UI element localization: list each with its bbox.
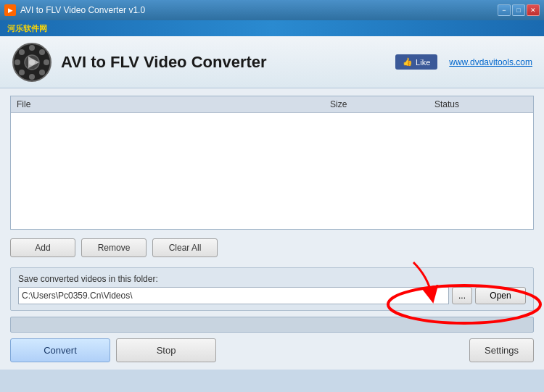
thumbs-up-icon: 👍 [403, 57, 413, 67]
header-right: 👍 Like www.dvdavitools.com [395, 54, 532, 70]
file-action-buttons: Add Remove Clear All [10, 235, 534, 260]
empty-status-cell [429, 113, 533, 229]
app-header: AVI to FLV Video Converter 👍 Like www.dv… [0, 36, 544, 88]
close-button[interactable]: ✕ [527, 4, 540, 16]
bottom-action-row: Convert Stop Settings [10, 338, 534, 362]
like-button[interactable]: 👍 Like [395, 54, 437, 70]
convert-button[interactable]: Convert [10, 338, 110, 362]
browse-dots-button[interactable]: ... [452, 287, 472, 304]
progress-container [10, 317, 534, 333]
svg-point-4 [29, 74, 35, 80]
folder-path-input[interactable] [18, 287, 449, 304]
app-logo [12, 42, 52, 83]
svg-point-9 [39, 49, 45, 55]
website-link[interactable]: www.dvdavitools.com [449, 57, 532, 67]
watermark-text: 河乐软件网 [7, 23, 47, 34]
open-folder-button[interactable]: Open [475, 287, 526, 304]
watermark-bar: 河乐软件网 [0, 20, 544, 36]
file-table: File Size Status [11, 96, 533, 229]
add-button[interactable]: Add [10, 238, 75, 257]
save-folder-label: Save converted videos in this folder: [18, 274, 526, 284]
svg-point-3 [29, 45, 35, 51]
col-header-status: Status [429, 96, 533, 113]
svg-point-7 [19, 49, 25, 55]
empty-file-cell [11, 113, 324, 229]
app-icon: ▶ [4, 4, 16, 16]
settings-button[interactable]: Settings [469, 338, 534, 362]
app-title: AVI to FLV Video Converter [61, 53, 267, 72]
save-folder-row: ... Open [18, 287, 526, 304]
remove-button[interactable]: Remove [81, 238, 147, 257]
svg-point-10 [19, 70, 25, 75]
stop-button[interactable]: Stop [116, 338, 216, 362]
title-bar: ▶ AVI to FLV Video Converter v1.0 − □ ✕ [0, 0, 544, 20]
maximize-button[interactable]: □ [512, 4, 525, 16]
like-label: Like [416, 58, 430, 67]
window-title: AVI to FLV Video Converter v1.0 [20, 5, 145, 15]
svg-point-8 [39, 70, 45, 75]
save-folder-section: Save converted videos in this folder: ..… [10, 267, 534, 311]
bottom-left-buttons: Convert Stop [10, 338, 216, 362]
col-header-file: File [11, 96, 324, 113]
main-content: File Size Status Add Remove Clear Al [0, 88, 544, 370]
svg-point-6 [44, 59, 49, 65]
file-table-container: File Size Status [10, 96, 534, 230]
empty-size-cell [324, 113, 429, 229]
clear-all-button[interactable]: Clear All [152, 238, 218, 257]
col-header-size: Size [324, 96, 429, 113]
svg-point-5 [15, 59, 20, 65]
minimize-button[interactable]: − [498, 4, 511, 16]
window-controls: − □ ✕ [498, 4, 540, 16]
